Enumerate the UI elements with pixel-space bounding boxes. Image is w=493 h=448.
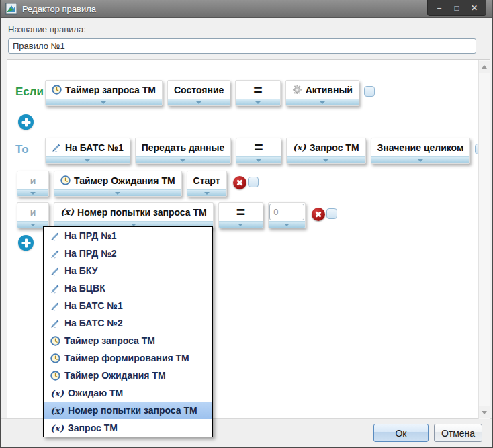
block-label: Таймер запроса ТМ xyxy=(65,85,156,95)
menu-item[interactable]: Таймер формирования ТМ xyxy=(44,349,212,367)
dropdown-strip[interactable] xyxy=(17,189,48,196)
hand-pen-icon xyxy=(50,318,60,328)
variable-dropdown-menu: На ПРД №1 На ПРД №2 На БКУ На БЦВК На БА… xyxy=(43,226,213,437)
action-block-variable[interactable]: (x) Запрос ТМ xyxy=(286,138,366,164)
hand-pen-icon xyxy=(50,301,60,311)
condition-checkbox[interactable] xyxy=(364,86,375,97)
rule-name-label: Название правила: xyxy=(8,24,486,34)
x-variable-icon: (x) xyxy=(293,142,306,152)
condition-block-value[interactable]: Активный xyxy=(285,80,359,106)
dropdown-strip[interactable] xyxy=(371,156,470,163)
scroll-up-icon[interactable] xyxy=(479,61,490,73)
menu-item[interactable]: На БАТС №2 xyxy=(44,314,212,332)
menu-item[interactable]: Таймер Ожидания ТМ xyxy=(44,367,212,384)
scroll-down-icon[interactable] xyxy=(479,406,490,418)
cancel-button[interactable]: Отмена xyxy=(434,424,482,442)
if-row: Если Таймер запроса ТМ Состояние = Акти xyxy=(10,80,490,106)
clock-icon xyxy=(50,353,60,363)
action-block-target[interactable]: На БАТС №1 xyxy=(45,138,130,164)
row-checkbox[interactable] xyxy=(326,208,337,219)
action-block-operator[interactable]: = xyxy=(218,202,263,228)
block-label: Состояние xyxy=(174,85,224,95)
if-label: Если xyxy=(10,80,45,99)
clock-icon xyxy=(52,85,62,95)
menu-item-label: На ПРД №2 xyxy=(64,248,117,259)
dropdown-strip[interactable] xyxy=(54,189,181,196)
menu-item-label: На БАТС №2 xyxy=(64,318,123,328)
clock-icon xyxy=(50,371,60,381)
menu-item[interactable]: На БАТС №1 xyxy=(44,297,212,314)
menu-item[interactable]: На БКУ xyxy=(44,262,212,279)
dropdown-strip[interactable] xyxy=(286,99,359,105)
vertical-scrollbar[interactable] xyxy=(478,60,490,419)
gear-icon xyxy=(292,85,302,95)
value-input[interactable] xyxy=(269,204,304,220)
close-button[interactable]: ✕ xyxy=(465,2,483,14)
menu-item-label: Таймер запроса ТМ xyxy=(64,335,155,346)
menu-item[interactable]: На ПРД №2 xyxy=(44,244,212,262)
dropdown-strip[interactable] xyxy=(236,156,280,163)
block-label: На БАТС №1 xyxy=(65,142,124,153)
delete-row-button[interactable] xyxy=(312,208,325,221)
dropdown-strip[interactable] xyxy=(187,189,226,196)
block-label: Значение целиком xyxy=(377,142,464,153)
block-label: Передать данные xyxy=(142,142,225,153)
delete-row-button[interactable] xyxy=(233,176,246,189)
hand-pen-icon xyxy=(52,142,62,152)
hand-pen-icon xyxy=(50,231,60,241)
block-label: Таймер Ожидания ТМ xyxy=(74,175,175,186)
and-connector-block[interactable]: и xyxy=(17,202,49,228)
menu-item-selected[interactable]: (x) Номер попытки запроса ТМ xyxy=(44,402,212,419)
app-icon xyxy=(5,3,17,15)
menu-item[interactable]: (x) Ожидаю ТМ xyxy=(44,384,212,402)
action-block-operator[interactable]: = xyxy=(236,138,281,164)
menu-item[interactable]: На БЦВК xyxy=(44,279,212,297)
action-block-command[interactable]: Передать данные xyxy=(135,138,232,164)
hand-pen-icon xyxy=(50,266,60,276)
menu-item[interactable]: На ПРД №1 xyxy=(44,227,212,244)
and-connector-block[interactable]: и xyxy=(17,171,49,197)
dropdown-strip[interactable] xyxy=(219,221,263,228)
x-variable-icon: (x) xyxy=(50,388,64,398)
condition-block-source[interactable]: Таймер запроса ТМ xyxy=(45,80,163,106)
ok-button[interactable]: Ок xyxy=(373,424,429,442)
then-label: То xyxy=(10,138,45,156)
and-label: и xyxy=(30,175,36,186)
x-variable-icon: (x) xyxy=(60,207,74,217)
menu-item-label: На БКУ xyxy=(64,265,97,276)
add-action-button[interactable] xyxy=(18,235,34,251)
menu-item-label: Ожидаю ТМ xyxy=(68,388,123,398)
condition-block-operator[interactable]: = xyxy=(235,80,280,106)
dropdown-strip[interactable] xyxy=(236,99,279,105)
row-checkbox[interactable] xyxy=(248,177,259,187)
window-title: Редактор правила xyxy=(22,4,96,14)
hand-pen-icon xyxy=(50,283,60,294)
title-bar[interactable]: Редактор правила – □ ✕ xyxy=(1,0,492,18)
dropdown-strip[interactable] xyxy=(287,156,365,163)
dropdown-strip[interactable] xyxy=(269,221,305,228)
block-label: = xyxy=(253,81,262,99)
minimize-button[interactable]: – xyxy=(431,2,448,14)
menu-item[interactable]: Таймер запроса ТМ xyxy=(44,332,212,349)
dropdown-strip[interactable] xyxy=(46,99,162,105)
menu-item[interactable]: (x) Запрос ТМ xyxy=(44,419,212,437)
maximize-button[interactable]: □ xyxy=(448,2,465,14)
rule-name-input[interactable] xyxy=(8,38,476,54)
action-block-variable[interactable]: (x) Номер попытки запроса ТМ xyxy=(54,202,214,228)
block-label: Номер попытки запроса ТМ xyxy=(77,207,207,218)
add-condition-button[interactable] xyxy=(18,114,34,130)
dropdown-strip[interactable] xyxy=(46,156,130,163)
x-variable-icon: (x) xyxy=(50,406,64,416)
and-row-1: и Таймер Ожидания ТМ Старт xyxy=(10,171,490,197)
menu-item-label: На ПРД №1 xyxy=(64,230,117,241)
action-block-mode[interactable]: Значение целиком xyxy=(371,138,471,164)
condition-block-property[interactable]: Состояние xyxy=(167,80,230,106)
clock-icon xyxy=(50,336,60,346)
action-block-timer[interactable]: Таймер Ожидания ТМ xyxy=(54,171,182,197)
value-spinner-block[interactable] xyxy=(268,202,306,228)
dropdown-strip[interactable] xyxy=(168,99,230,105)
action-block-timer-command[interactable]: Старт xyxy=(187,171,227,197)
dropdown-strip[interactable] xyxy=(136,156,231,163)
hand-pen-icon xyxy=(50,249,60,259)
menu-item-label: Номер попытки запроса ТМ xyxy=(68,405,197,416)
